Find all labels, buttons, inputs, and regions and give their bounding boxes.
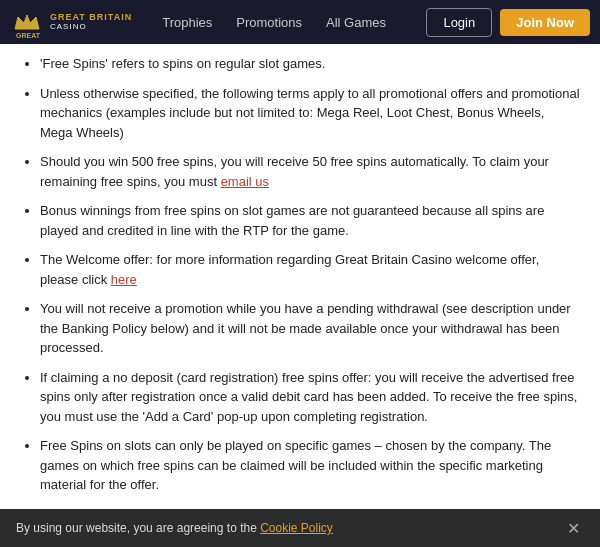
svg-text:GREAT: GREAT (16, 32, 41, 39)
list-item: Free Spins on slots can only be played o… (40, 436, 580, 495)
main-nav: Trophies Promotions All Games (150, 0, 418, 44)
terms-list: 'Free Spins' refers to spins on regular … (20, 54, 580, 547)
header: GREAT GREAT BRITAIN CASINO Trophies Prom… (0, 0, 600, 44)
nav-promotions[interactable]: Promotions (224, 0, 314, 44)
list-item: Should you win 500 free spins, you will … (40, 152, 580, 191)
logo-icon: GREAT (10, 5, 44, 39)
list-item: 'Free Spins' refers to spins on regular … (40, 54, 580, 74)
header-buttons: Login Join Now (426, 8, 590, 37)
list-item: If claiming a no deposit (card registrat… (40, 368, 580, 427)
here-link[interactable]: here (111, 272, 137, 287)
cookie-bar-text: By using our website, you are agreeing t… (16, 521, 563, 535)
email-us-link[interactable]: email us (221, 174, 269, 189)
list-item: Unless otherwise specified, the followin… (40, 84, 580, 143)
list-item: The Welcome offer: for more information … (40, 250, 580, 289)
svg-marker-1 (15, 15, 39, 29)
list-item: Bonus winnings from free spins on slot g… (40, 201, 580, 240)
cookie-policy-link[interactable]: Cookie Policy (260, 521, 333, 535)
list-item: You will not receive a promotion while y… (40, 299, 580, 358)
logo-text-casino: CASINO (50, 23, 132, 32)
join-button[interactable]: Join Now (500, 9, 590, 36)
main-content: 'Free Spins' refers to spins on regular … (0, 44, 600, 547)
nav-all-games[interactable]: All Games (314, 0, 398, 44)
login-button[interactable]: Login (426, 8, 492, 37)
nav-trophies[interactable]: Trophies (150, 0, 224, 44)
cookie-close-button[interactable]: ✕ (563, 519, 584, 538)
logo-area: GREAT GREAT BRITAIN CASINO (10, 5, 132, 39)
cookie-bar: By using our website, you are agreeing t… (0, 509, 600, 547)
